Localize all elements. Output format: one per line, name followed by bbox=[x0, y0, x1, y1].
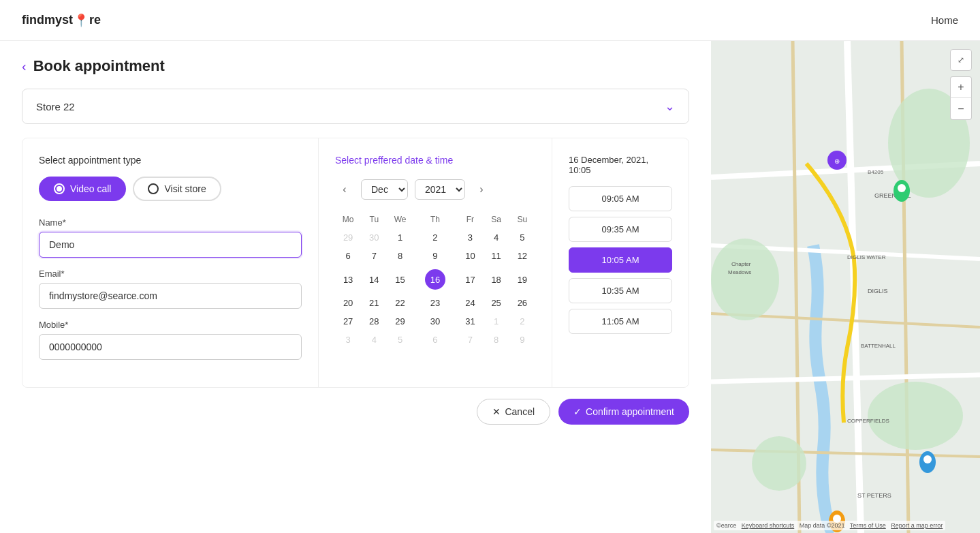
calendar-day[interactable]: 4 bbox=[484, 228, 509, 247]
calendar-day[interactable]: 4 bbox=[361, 331, 387, 349]
radio-visit-store[interactable]: Visit store bbox=[133, 177, 221, 201]
time-section: 16 December, 2021, 10:05 09:05 AM09:35 A… bbox=[552, 138, 689, 387]
home-nav[interactable]: Home bbox=[931, 14, 958, 26]
time-slot[interactable]: 09:35 AM bbox=[569, 217, 672, 242]
svg-text:B4205: B4205 bbox=[868, 169, 884, 175]
logo: findmyst 📍 re bbox=[22, 13, 101, 28]
calendar-day[interactable]: 1 bbox=[484, 312, 509, 331]
calendar-day[interactable]: 29 bbox=[387, 312, 413, 331]
calendar-day[interactable]: 6 bbox=[335, 247, 361, 265]
svg-point-10 bbox=[711, 239, 779, 320]
calendar-day[interactable]: 29 bbox=[335, 228, 361, 247]
weekday-tu: Tu bbox=[361, 211, 387, 228]
zoom-in-button[interactable]: + bbox=[950, 76, 972, 98]
calendar-day[interactable]: 12 bbox=[509, 247, 535, 265]
calendar-day[interactable]: 2 bbox=[413, 228, 458, 247]
calendar-day[interactable]: 5 bbox=[387, 331, 413, 349]
calendar-day[interactable]: 17 bbox=[457, 265, 483, 294]
store-selector[interactable]: Store 22 ⌄ bbox=[22, 89, 689, 124]
svg-point-12 bbox=[752, 436, 806, 491]
svg-point-26 bbox=[923, 455, 932, 463]
calendar-day[interactable]: 20 bbox=[335, 294, 361, 312]
confirm-appointment-button[interactable]: ✓ Confirm appointment bbox=[558, 399, 689, 425]
calendar-day[interactable]: 22 bbox=[387, 294, 413, 312]
calendar-day[interactable]: 30 bbox=[413, 312, 458, 331]
main-layout: ‹ Book appointment Store 22 ⌄ Select app… bbox=[0, 41, 980, 533]
calendar-day[interactable]: 25 bbox=[484, 294, 509, 312]
svg-text:DIGLIS WATER: DIGLIS WATER bbox=[847, 254, 886, 260]
logo-text-end: re bbox=[89, 13, 101, 27]
svg-text:DIGLIS: DIGLIS bbox=[868, 288, 888, 294]
name-field-group: Name* bbox=[39, 217, 302, 258]
calendar-day[interactable]: 5 bbox=[509, 228, 535, 247]
map-svg: GREEN HILL DIGLIS WATER DIGLIS BATTENHAL… bbox=[711, 41, 980, 533]
name-label: Name* bbox=[39, 217, 302, 228]
prev-month-button[interactable]: ‹ bbox=[335, 180, 354, 199]
keyboard-shortcuts[interactable]: Keyboard shortcuts bbox=[742, 522, 795, 529]
selected-datetime: 16 December, 2021, 10:05 bbox=[569, 155, 672, 175]
email-field-group: Email* bbox=[39, 269, 302, 309]
svg-text:⊕: ⊕ bbox=[834, 157, 840, 165]
calendar-day[interactable]: 2 bbox=[509, 312, 535, 331]
appointment-type-label: Select appointment type bbox=[39, 155, 302, 166]
time-slot[interactable]: 10:05 AM bbox=[569, 247, 672, 273]
name-input[interactable] bbox=[39, 232, 302, 258]
calendar-day[interactable]: 3 bbox=[335, 331, 361, 349]
zoom-out-button[interactable]: − bbox=[950, 98, 972, 120]
fullscreen-button[interactable]: ⤢ bbox=[950, 49, 972, 71]
weekday-su: Su bbox=[509, 211, 535, 228]
calendar-day[interactable]: 16 bbox=[413, 265, 458, 294]
time-slot[interactable]: 10:35 AM bbox=[569, 278, 672, 303]
report-link[interactable]: Report a map error bbox=[891, 522, 943, 529]
email-input[interactable] bbox=[39, 283, 302, 309]
year-select[interactable]: 202020212022 bbox=[415, 179, 465, 200]
terms-link[interactable]: Terms of Use bbox=[850, 522, 886, 529]
calendar-day[interactable]: 28 bbox=[361, 312, 387, 331]
back-header[interactable]: ‹ Book appointment bbox=[0, 41, 711, 89]
calendar-day[interactable]: 11 bbox=[484, 247, 509, 265]
calendar-day[interactable]: 7 bbox=[361, 247, 387, 265]
confirm-check-icon: ✓ bbox=[573, 406, 582, 417]
calendar-day[interactable]: 9 bbox=[413, 247, 458, 265]
back-arrow-icon[interactable]: ‹ bbox=[22, 59, 27, 74]
next-month-button[interactable]: › bbox=[472, 180, 491, 199]
calendar-day[interactable]: 26 bbox=[509, 294, 535, 312]
calendar-day[interactable]: 30 bbox=[361, 228, 387, 247]
calendar-day[interactable]: 21 bbox=[361, 294, 387, 312]
calendar-day[interactable]: 8 bbox=[484, 331, 509, 349]
radio-video-call[interactable]: Video call bbox=[39, 177, 126, 201]
calendar-day[interactable]: 24 bbox=[457, 294, 483, 312]
left-panel: ‹ Book appointment Store 22 ⌄ Select app… bbox=[0, 41, 711, 533]
svg-text:Meadows: Meadows bbox=[728, 269, 751, 275]
calendar-day[interactable]: 27 bbox=[335, 312, 361, 331]
time-slot[interactable]: 09:05 AM bbox=[569, 186, 672, 211]
calendar-day[interactable]: 19 bbox=[509, 265, 535, 294]
calendar-day[interactable]: 3 bbox=[457, 228, 483, 247]
appointment-type-radio-group: Video call Visit store bbox=[39, 177, 302, 201]
calendar-day[interactable]: 6 bbox=[413, 331, 458, 349]
calendar-day[interactable]: 7 bbox=[457, 331, 483, 349]
calendar-day[interactable]: 13 bbox=[335, 265, 361, 294]
calendar-day[interactable]: 15 bbox=[387, 265, 413, 294]
email-label: Email* bbox=[39, 269, 302, 279]
calendar-day[interactable]: 14 bbox=[361, 265, 387, 294]
calendar-day[interactable]: 23 bbox=[413, 294, 458, 312]
confirm-label: Confirm appointment bbox=[586, 406, 674, 417]
calendar-title: Select preffered date & time bbox=[335, 155, 535, 166]
calendar-day[interactable]: 10 bbox=[457, 247, 483, 265]
svg-point-11 bbox=[868, 382, 963, 450]
cancel-x-icon: ✕ bbox=[492, 406, 501, 417]
time-slot[interactable]: 11:05 AM bbox=[569, 309, 672, 334]
chevron-down-icon: ⌄ bbox=[665, 99, 675, 114]
radio-visit-label: Visit store bbox=[164, 183, 206, 194]
calendar-day[interactable]: 31 bbox=[457, 312, 483, 331]
calendar-day[interactable]: 1 bbox=[387, 228, 413, 247]
store-selector-text: Store 22 bbox=[36, 101, 75, 112]
time-slots-container: 09:05 AM09:35 AM10:05 AM10:35 AM11:05 AM bbox=[569, 186, 672, 334]
calendar-day[interactable]: 8 bbox=[387, 247, 413, 265]
mobile-input[interactable] bbox=[39, 334, 302, 360]
month-select[interactable]: JanFebMar AprMayJun JulAugSep OctNovDec bbox=[361, 179, 408, 200]
cancel-button[interactable]: ✕ Cancel bbox=[477, 399, 550, 425]
calendar-day[interactable]: 9 bbox=[509, 331, 535, 349]
calendar-day[interactable]: 18 bbox=[484, 265, 509, 294]
